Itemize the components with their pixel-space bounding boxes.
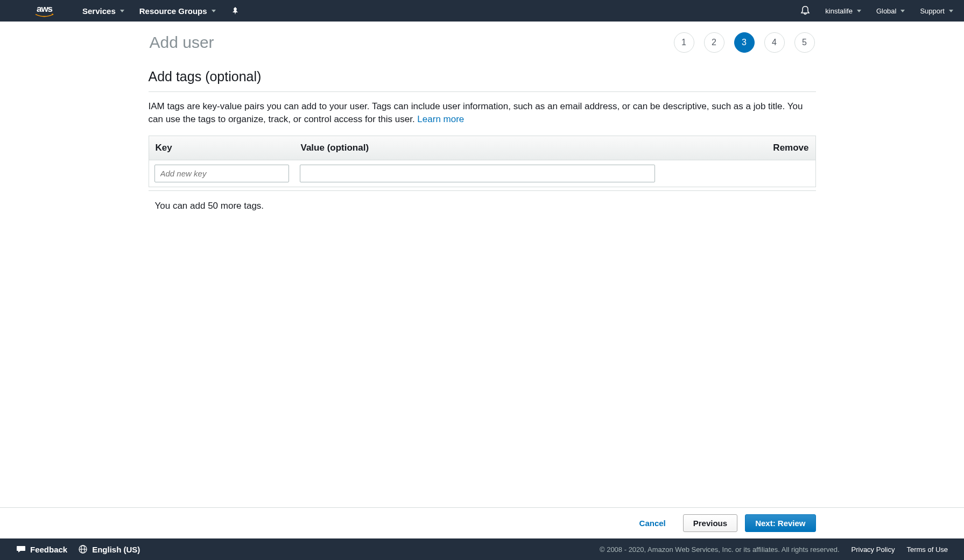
aws-logo[interactable]: aws	[32, 4, 57, 18]
footer-right: © 2008 - 2020, Amazon Web Services, Inc.…	[600, 545, 948, 554]
cancel-button[interactable]: Cancel	[630, 515, 675, 531]
account-menu[interactable]: kinstalife	[825, 7, 861, 15]
table-header: Key Value (optional) Remove	[149, 136, 815, 160]
wizard-steps: 1 2 3 4 5	[674, 32, 815, 53]
action-bar-inner: Cancel Previous Next: Review	[149, 514, 816, 532]
table-row	[149, 160, 815, 187]
chevron-down-icon	[949, 10, 953, 12]
tag-key-input[interactable]	[154, 165, 289, 182]
table-bottom-divider	[149, 190, 816, 191]
language-label: English (US)	[92, 545, 140, 554]
footer: Feedback English (US) © 2008 - 2020, Ama…	[0, 538, 964, 560]
description-text: IAM tags are key-value pairs you can add…	[149, 101, 803, 124]
chevron-down-icon	[900, 10, 905, 12]
header-remove: Remove	[755, 143, 809, 153]
step-1[interactable]: 1	[674, 32, 694, 53]
pin-shortcut[interactable]	[231, 6, 240, 15]
nav-left-group: aws Services Resource Groups	[11, 4, 240, 18]
header-key: Key	[156, 143, 301, 153]
chevron-down-icon	[212, 10, 216, 12]
language-selector[interactable]: English (US)	[78, 544, 140, 554]
section-title: Add tags (optional)	[149, 69, 816, 84]
step-2[interactable]: 2	[704, 32, 724, 53]
tag-value-input[interactable]	[300, 165, 655, 182]
pin-icon	[231, 6, 240, 15]
page-title: Add user	[150, 33, 214, 52]
resource-groups-label: Resource Groups	[139, 6, 207, 16]
key-cell	[154, 165, 300, 182]
action-bar: Cancel Previous Next: Review	[0, 507, 964, 538]
tags-count-text: You can add 50 more tags.	[149, 201, 816, 211]
terms-of-use-link[interactable]: Terms of Use	[906, 545, 948, 554]
services-label: Services	[82, 6, 116, 16]
section-divider	[149, 91, 816, 92]
previous-button[interactable]: Previous	[683, 514, 737, 532]
main-content: Add user 1 2 3 4 5 Add tags (optional) I…	[149, 22, 816, 507]
value-cell	[300, 165, 756, 182]
region-menu[interactable]: Global	[876, 7, 905, 15]
copyright-text: © 2008 - 2020, Amazon Web Services, Inc.…	[600, 545, 840, 554]
resource-groups-menu[interactable]: Resource Groups	[139, 6, 216, 16]
footer-left: Feedback English (US)	[16, 544, 140, 554]
chevron-down-icon	[857, 10, 861, 12]
chevron-down-icon	[120, 10, 124, 12]
bell-icon	[800, 5, 810, 15]
step-5[interactable]: 5	[794, 32, 815, 53]
aws-logo-text: aws	[37, 4, 52, 15]
nav-right-group: kinstalife Global Support	[800, 5, 953, 17]
learn-more-link[interactable]: Learn more	[417, 114, 464, 124]
feedback-label: Feedback	[30, 545, 67, 554]
step-4[interactable]: 4	[764, 32, 785, 53]
header-value: Value (optional)	[301, 143, 755, 153]
feedback-link[interactable]: Feedback	[16, 544, 67, 554]
account-label: kinstalife	[825, 7, 853, 15]
support-menu[interactable]: Support	[920, 7, 953, 15]
tags-table: Key Value (optional) Remove	[149, 136, 816, 187]
support-label: Support	[920, 7, 945, 15]
next-review-button[interactable]: Next: Review	[745, 514, 815, 532]
globe-icon	[78, 544, 88, 554]
chat-icon	[16, 544, 26, 554]
aws-swoosh-icon	[32, 13, 57, 18]
page-header: Add user 1 2 3 4 5	[149, 32, 816, 53]
step-3[interactable]: 3	[734, 32, 755, 53]
privacy-policy-link[interactable]: Privacy Policy	[852, 545, 895, 554]
section-description: IAM tags are key-value pairs you can add…	[149, 100, 816, 126]
services-menu[interactable]: Services	[82, 6, 124, 16]
region-label: Global	[876, 7, 897, 15]
top-navigation: aws Services Resource Groups	[0, 0, 964, 22]
notifications-button[interactable]	[800, 5, 810, 17]
